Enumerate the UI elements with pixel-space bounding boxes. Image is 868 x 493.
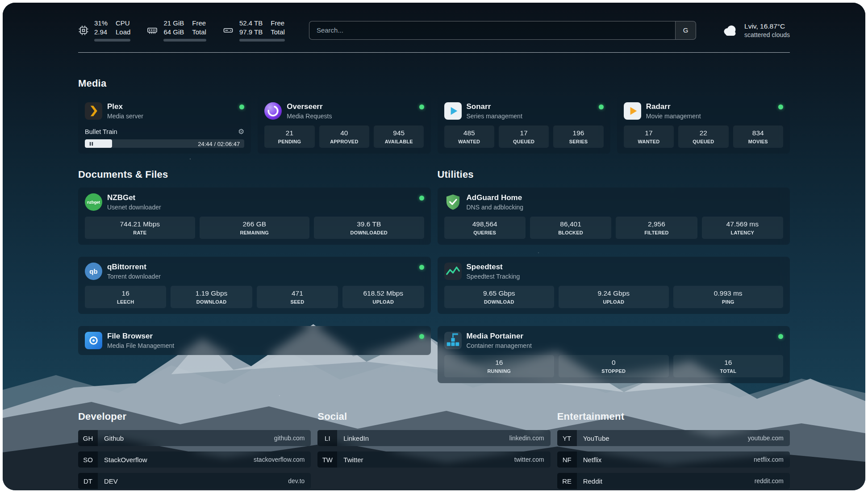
stat-label: QUEUED [501,139,547,144]
stat-label: TOTAL [675,368,782,374]
plex-icon [85,102,102,120]
service-title: Plex [107,102,143,111]
stat-label: MOVIES [735,139,781,144]
bookmark-abbr: YT [557,430,577,446]
stat-series: 196 SERIES [553,125,603,148]
qbittorrent-icon: qb [85,263,102,280]
stat-upload: 618.52 Mbps UPLOAD [342,286,424,308]
status-dot [419,334,424,339]
service-subtitle: Media server [107,113,143,120]
stat-ping: 0.993 ms PING [673,286,784,308]
stat-label: PENDING [266,139,313,144]
bookmark-domain: dev.to [288,477,305,485]
service-card-radarr[interactable]: Radarr Movie management 17 WANTED 22 QUE… [617,96,790,154]
plex-now-playing: Bullet Train ⚙ 24:44 / 02:06:47 [85,128,244,148]
service-subtitle: Usenet downloader [107,204,161,211]
bookmark-abbr: NF [557,451,577,468]
service-card-plex[interactable]: Plex Media server Bullet Train ⚙ [78,96,251,154]
stat-label: FILTERED [618,230,695,235]
bookmark-youtube[interactable]: YT YouTube youtube.com [557,430,790,446]
stat-label: WANTED [446,139,492,144]
memory-icon [146,25,158,36]
disk-free-label: Free [271,19,285,28]
bookmark-github[interactable]: GH Github github.com [78,430,311,446]
bookmark-name: Reddit [583,477,602,485]
bookmark-stackoverflow[interactable]: SO StackOverflow stackoverflow.com [78,451,311,468]
memory-total-label: Total [192,28,206,37]
stat-queued: 22 QUEUED [678,125,728,148]
search-provider-button[interactable]: G [675,21,696,39]
bookmark-name: DEV [104,477,118,485]
service-card-adguard[interactable]: AdGuard Home DNS and adblocking 498,564 … [438,188,790,245]
bookmark-group-social: Social LI LinkedIn linkedin.com TW Twitt… [317,411,550,490]
disk-progress-bar [239,39,285,42]
bookmark-reddit[interactable]: RE Reddit reddit.com [557,473,790,489]
bookmark-dev[interactable]: DT DEV dev.to [78,473,311,489]
stat-value: 945 [376,129,422,137]
stat-value: 86,401 [532,220,609,228]
stat-value: 16 [446,359,553,367]
stat-label: AVAILABLE [376,139,422,144]
bookmark-domain: reddit.com [755,477,784,485]
service-subtitle: Movie management [646,113,701,120]
service-card-qbittorrent[interactable]: qb qBittorrent Torrent downloader [78,257,431,314]
stat-label: BLOCKED [532,230,609,235]
search-input[interactable] [309,21,675,39]
service-stats: 9.65 Gbps DOWNLOAD 9.24 Gbps UPLOAD 0.99… [444,286,784,308]
stat-running: 16 RUNNING [444,355,555,377]
memory-free-label: Free [192,19,206,28]
service-stats: 498,564 QUERIES 86,401 BLOCKED 2,956 FIL… [444,217,784,239]
bookmark-netflix[interactable]: NF Netflix netflix.com [557,451,790,468]
stat-label: APPROVED [321,139,367,144]
bookmark-twitter[interactable]: TW Twitter twitter.com [317,451,550,468]
service-subtitle: Media Requests [287,113,332,120]
bookmark-group-developer: Developer GH Github github.com SO StackO… [78,411,311,490]
status-dot [419,265,424,270]
cpu-icon [78,25,89,36]
status-dot [778,104,783,109]
media-section: Plex Media server Bullet Train ⚙ [78,96,790,154]
service-card-nzbget[interactable]: nzbget NZBGet Usenet downloader [78,188,431,245]
memory-total-value: 64 GiB [163,28,184,37]
bookmark-domain: linkedin.com [509,435,544,442]
service-title: Overseerr [287,102,332,111]
bookmark-name: Twitter [343,456,363,464]
documents-section: Documents & Files nzbget NZBGet Usenet d… [78,169,431,355]
bookmark-abbr: TW [317,451,337,468]
bookmark-group-entertainment: Entertainment YT YouTube youtube.com NF … [557,411,790,490]
stat-stopped: 0 STOPPED [559,355,669,377]
weather-widget: Lviv, 16.87°C scattered clouds [721,22,790,38]
playback-progress-bar[interactable]: 24:44 / 02:06:47 [85,139,244,148]
disk-free-value: 52.4 TB [239,19,263,28]
adguard-icon [444,193,462,211]
service-card-sonarr[interactable]: Sonarr Series management 485 WANTED 17 Q… [438,96,610,154]
service-card-filebrowser[interactable]: File Browser Media File Management [78,326,431,355]
service-card-speedtest[interactable]: Speedtest Speedtest Tracking 9.65 Gbps D… [438,257,790,314]
section-title-documents: Documents & Files [78,169,431,180]
bookmark-group-title: Developer [78,411,311,422]
memory-free-value: 21 GiB [163,19,184,28]
pause-icon[interactable] [89,141,94,146]
bookmark-linkedin[interactable]: LI LinkedIn linkedin.com [317,430,550,446]
stat-label: UPLOAD [560,299,667,305]
stat-value: 1.19 Gbps [172,289,250,297]
service-card-overseerr[interactable]: Overseerr Media Requests 21 PENDING 40 A… [258,96,430,154]
service-card-portainer[interactable]: Media Portainer Container management 16 … [438,326,790,383]
topbar-divider [78,52,790,53]
bookmark-name: LinkedIn [343,435,369,442]
filebrowser-icon [85,332,102,349]
stat-value: 16 [87,289,164,297]
stat-blocked: 86,401 BLOCKED [530,217,611,239]
now-playing-title: Bullet Train [85,128,117,135]
stat-value: 16 [675,359,782,367]
stat-label: DOWNLOAD [446,299,553,305]
service-stats: 17 WANTED 22 QUEUED 834 MOVIES [624,125,783,148]
stat-label: UPLOAD [344,299,422,305]
cpu-percent: 31% [94,19,108,28]
stat-value: 485 [446,129,492,137]
cpu-progress-bar [94,39,130,42]
gear-icon[interactable]: ⚙ [238,128,244,135]
stat-movies: 834 MOVIES [733,125,783,148]
stat-value: 40 [321,129,367,137]
stat-label: DOWNLOADED [316,230,422,235]
